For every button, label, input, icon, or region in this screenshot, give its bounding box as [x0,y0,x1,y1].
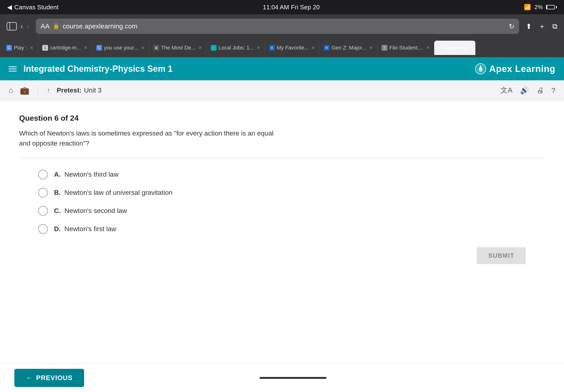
option-c[interactable]: C. Newton's second law [38,206,545,216]
option-b[interactable]: B. Newton's law of universal gravitation [38,188,545,197]
header-right: Apex Learning [475,63,555,75]
tab-favicon-localjobs: ~ [211,45,217,51]
new-tab-icon[interactable]: ＋ [538,22,546,31]
tab-filo[interactable]: f Filo Student:... ✕ [377,41,434,55]
sidebar-toggle-icon[interactable] [7,22,17,30]
submit-button[interactable]: SUBMIT [477,247,526,264]
previous-button[interactable]: ← PREVIOUS [14,369,84,387]
tab-favicon-g: G [6,45,12,51]
back-arrow-icon: ◀ [7,4,12,11]
url-actions: ⬆ ＋ ⧉ [526,22,557,31]
option-a-label: A. Newton's third law [54,171,119,178]
aa-label[interactable]: AA [41,22,49,30]
tab-label-localjobs: Local Jobs: 1... [219,45,254,51]
radio-c[interactable] [38,206,48,216]
tab-close-genz[interactable]: ✕ [369,45,373,50]
header-left: Integrated Chemistry-Physics Sem 1 [9,64,173,74]
tab-cartridge[interactable]: 1 cartridge-m... ✕ [38,41,92,55]
tab-localjobs[interactable]: ~ Local Jobs: 1... ✕ [206,41,265,55]
tab-close-localjobs[interactable]: ✕ [257,45,260,50]
status-center: 11:04 AM Fri Sep 20 [263,4,320,11]
radio-a[interactable] [38,170,48,179]
tab-close-cartridge[interactable]: ✕ [84,45,87,50]
main-content: Question 6 of 24 Which of Newton's laws … [0,100,564,264]
tab-close-filo[interactable]: ✕ [426,45,430,50]
tab-favicon-mostde: 🖥 [153,45,159,51]
tab-mostde[interactable]: 🖥 The Most De... ✕ [149,41,206,55]
url-input[interactable]: AA 🔒 course.apexlearning.com ↻ [36,19,519,34]
browser-tabs: G Play : ✕ 1 cartridge-m... ✕ G you use … [0,38,564,57]
back-button[interactable]: ‹ [21,22,23,30]
tab-label-google: you use your... [104,45,138,51]
tab-favicon-filo: f [382,45,387,51]
tab-close-mostde[interactable]: ✕ [198,45,202,50]
status-bar: ◀ Canvas Student 11:04 AM Fri Sep 20 📶 2… [0,0,564,14]
wifi-icon: 📶 [524,4,531,11]
tab-label-filo: Filo Student:... [389,45,423,51]
option-d-label: D. Newton's first law [54,225,116,233]
battery-percent: 2% [534,4,543,11]
option-c-label: C. Newton's second law [54,207,127,215]
tab-genz[interactable]: BI Gen Z: Major... ✕ [319,41,377,55]
tab-google[interactable]: G you use your... ✕ [92,41,149,55]
pretest-label: Pretest: [57,86,82,94]
toolbar-left: ⌂ 💼 ↑ Pretest: Unit 3 [9,85,102,95]
time: 11:04 AM [263,4,289,11]
tab-label-g: Play : [14,45,27,51]
option-a[interactable]: A. Newton's third law [38,170,545,179]
question-divider [19,158,545,158]
print-icon[interactable]: 🖨 [536,86,544,94]
battery-icon [546,5,557,9]
toolbar: ⌂ 💼 ↑ Pretest: Unit 3 文A 🔊 🖨 ? [0,80,564,100]
date: Fri Sep 20 [291,4,320,11]
tab-g[interactable]: G Play : ✕ [2,41,38,55]
course-title: Integrated Chemistry-Physics Sem 1 [23,64,173,74]
footer: ← PREVIOUS [0,363,564,392]
tab-label-genz: Gen Z: Major... [331,45,366,51]
tab-favicon-genz: BI [324,45,330,51]
audio-icon[interactable]: 🔊 [520,86,529,94]
home-icon[interactable]: ⌂ [9,86,13,95]
radio-d[interactable] [38,224,48,234]
tab-label-cartridge: cartridge-m... [50,45,81,51]
app-header: Integrated Chemistry-Physics Sem 1 Apex … [0,57,564,80]
tab-myfavorite[interactable]: B My Favorite... ✕ [265,41,319,55]
radio-b[interactable] [38,188,48,197]
answer-options: A. Newton's third law B. Newton's law of… [19,170,545,234]
pretest-value: Unit 3 [84,86,102,94]
tab-close-google[interactable]: ✕ [141,45,145,50]
tab-close-g[interactable]: ✕ [30,45,33,50]
tab-favicon-cartridge: 1 [42,45,48,51]
briefcase-icon[interactable]: 💼 [20,86,29,95]
url-text: course.apexlearning.com [63,22,138,30]
tab-favicon-google: G [96,45,102,51]
arrow-left-icon: ← [26,374,33,382]
share-icon[interactable]: ⬆ [526,22,532,31]
previous-label: PREVIOUS [36,374,73,382]
tabs-icon[interactable]: ⧉ [552,22,557,31]
lock-icon: 🔒 [53,23,59,29]
tab-label-myfavorite: My Favorite... [277,45,309,51]
translate-icon[interactable]: 文A [500,85,512,95]
submit-area: SUBMIT [19,234,545,264]
option-b-label: B. Newton's law of universal gravitation [54,189,173,196]
tab-courses[interactable]: Courses [434,41,476,55]
apex-logo-text: Apex Learning [489,64,555,74]
status-right: 📶 2% [524,4,557,11]
home-indicator [260,377,327,379]
reload-icon[interactable]: ↻ [509,22,514,30]
app-name: Canvas Student [14,4,58,11]
question-text: Which of Newton's laws is sometimes expr… [19,128,282,148]
toolbar-right: 文A 🔊 🖨 ? [500,85,555,95]
tab-label-courses: Courses [439,44,471,51]
upload-icon[interactable]: ↑ [47,86,50,94]
apex-logo-icon [475,63,486,75]
apex-logo: Apex Learning [475,63,555,75]
tab-favicon-myfavorite: B [269,45,275,51]
hamburger-menu-icon[interactable] [9,67,17,71]
help-icon[interactable]: ? [551,86,555,94]
forward-button[interactable]: › [27,22,29,30]
option-d[interactable]: D. Newton's first law [38,224,545,234]
status-left: ◀ Canvas Student [7,4,58,11]
tab-close-myfavorite[interactable]: ✕ [311,45,315,50]
